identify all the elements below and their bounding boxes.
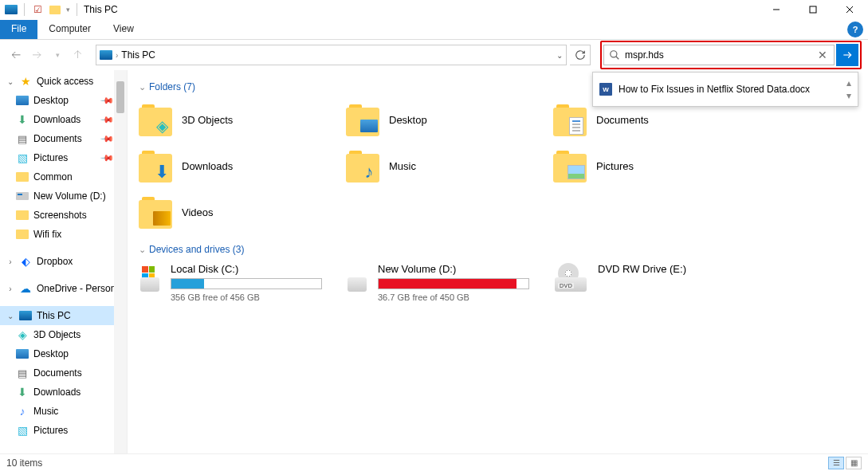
folder-3d-objects[interactable]: ◈3D Objects xyxy=(139,100,346,139)
folder-desktop[interactable]: Desktop xyxy=(346,100,553,139)
pin-icon: 📌 xyxy=(99,112,114,127)
navigation-bar: 🡠 🡢 ▾ 🡡 › This PC ⌄ ✕ xyxy=(0,40,868,70)
folder-downloads[interactable]: ⬇Downloads xyxy=(139,147,346,185)
downloads-icon: ⬇ xyxy=(16,113,29,126)
sidebar-label: Quick access xyxy=(37,76,93,87)
ribbon: File Computer View ? xyxy=(0,19,868,40)
forward-button[interactable]: 🡢 xyxy=(27,45,46,65)
checkbox-icon[interactable]: ☑ xyxy=(31,3,44,16)
pin-icon: 📌 xyxy=(99,131,114,146)
music-icon: ♪ xyxy=(360,163,378,181)
sidebar-item-desktop-pc[interactable]: Desktop xyxy=(0,344,127,363)
search-input[interactable] xyxy=(625,49,816,61)
recent-locations-button[interactable]: ▾ xyxy=(48,45,67,65)
drive-icon xyxy=(139,263,161,295)
suggestion-scroll[interactable]: ▴▾ xyxy=(846,77,851,101)
sidebar-item-3d-objects[interactable]: ◈3D Objects xyxy=(0,325,127,344)
sidebar-onedrive[interactable]: ›☁OneDrive - Personal xyxy=(0,279,127,298)
sidebar-item-new-volume[interactable]: New Volume (D:) xyxy=(0,186,127,206)
pin-icon: 📌 xyxy=(99,150,114,165)
sidebar-dropbox[interactable]: ›⬖Dropbox xyxy=(0,252,127,271)
chevron-right-icon[interactable]: › xyxy=(116,51,118,60)
drives-group-header[interactable]: ⌄ Devices and drives (3) xyxy=(139,244,857,255)
sidebar-this-pc[interactable]: ⌄This PC xyxy=(0,306,127,325)
sidebar-item-downloads[interactable]: ⬇Downloads📌 xyxy=(0,110,127,129)
tab-view[interactable]: View xyxy=(102,20,145,39)
close-button[interactable] xyxy=(831,0,868,19)
sidebar-item-screenshots[interactable]: Screenshots xyxy=(0,206,127,225)
item-count: 10 items xyxy=(6,457,42,469)
sidebar-item-wifi-fix[interactable]: Wifi fix xyxy=(0,225,127,244)
drive-local-disk-c[interactable]: Local Disk (C:) 356 GB free of 456 GB xyxy=(139,263,346,302)
sidebar-item-downloads-pc[interactable]: ⬇Downloads xyxy=(0,383,127,402)
sidebar-item-documents-pc[interactable]: ▤Documents xyxy=(0,363,127,383)
sidebar-item-pictures-pc[interactable]: ▧Pictures xyxy=(0,421,127,440)
view-large-icons-button[interactable]: ▦ xyxy=(846,457,862,469)
sidebar-item-desktop[interactable]: Desktop📌 xyxy=(0,91,127,110)
up-button[interactable]: 🡡 xyxy=(69,45,88,65)
qat-dropdown[interactable]: ▾ xyxy=(66,6,70,14)
drive-usage-bar xyxy=(378,278,529,289)
maximize-button[interactable] xyxy=(795,0,831,19)
sidebar-item-pictures[interactable]: ▧Pictures📌 xyxy=(0,148,127,167)
sidebar-scrollbar[interactable] xyxy=(114,70,127,453)
search-suggestion-item[interactable]: How to Fix Issues in Netflix Stored Data… xyxy=(619,84,810,95)
help-button[interactable]: ? xyxy=(847,22,863,37)
svg-rect-1 xyxy=(810,6,816,13)
chevron-right-icon[interactable]: › xyxy=(6,257,14,266)
address-bar[interactable]: › This PC ⌄ xyxy=(96,45,567,65)
window-title: This PC xyxy=(84,4,118,15)
sidebar-quick-access[interactable]: ⌄ ★ Quick access xyxy=(0,72,127,91)
quick-access-toolbar: ☑ ▾ xyxy=(5,3,79,16)
clear-search-button[interactable]: ✕ xyxy=(816,49,829,61)
folder-icon xyxy=(16,228,29,241)
chevron-down-icon[interactable]: ⌄ xyxy=(6,77,14,86)
search-box[interactable]: ✕ xyxy=(603,45,835,65)
chevron-down-icon[interactable]: ⌄ xyxy=(6,312,14,320)
refresh-button[interactable] xyxy=(570,45,591,65)
title-bar: ☑ ▾ This PC xyxy=(0,0,868,19)
sidebar-item-documents[interactable]: ▤Documents📌 xyxy=(0,129,127,148)
folder-pictures[interactable]: Pictures xyxy=(553,147,760,185)
search-suggestion-dropdown: W How to Fix Issues in Netflix Stored Da… xyxy=(592,72,858,107)
address-location[interactable]: This PC xyxy=(121,49,155,61)
tab-computer[interactable]: Computer xyxy=(37,20,102,39)
star-icon: ★ xyxy=(19,75,32,88)
downloads-icon: ⬇ xyxy=(153,163,171,181)
folder-icon[interactable] xyxy=(49,3,61,16)
pc-icon xyxy=(100,49,112,61)
desktop-icon xyxy=(16,94,29,107)
back-button[interactable]: 🡠 xyxy=(6,45,26,65)
pictures-icon: ▧ xyxy=(16,151,29,164)
view-details-button[interactable]: ☰ xyxy=(828,457,844,469)
chevron-down-icon[interactable]: ⌄ xyxy=(139,82,146,92)
music-icon: ♪ xyxy=(16,405,29,418)
drive-icon xyxy=(346,263,368,295)
pin-icon: 📌 xyxy=(99,92,114,108)
word-doc-icon: W xyxy=(599,83,612,96)
chevron-down-icon[interactable]: ⌄ xyxy=(139,245,146,255)
documents-icon xyxy=(568,117,585,135)
content-pane: ⌄ Folders (7) ◈3D Objects Desktop Docume… xyxy=(128,70,868,453)
navigation-pane: ⌄ ★ Quick access Desktop📌 ⬇Downloads📌 ▤D… xyxy=(0,70,128,453)
folder-music[interactable]: ♪Music xyxy=(346,147,553,185)
search-go-button[interactable] xyxy=(836,44,858,66)
tab-file[interactable]: File xyxy=(0,20,37,39)
folder-videos[interactable]: Videos xyxy=(139,193,346,231)
drive-dvd-rw-e[interactable]: DVD DVD RW Drive (E:) xyxy=(553,263,760,302)
address-dropdown[interactable]: ⌄ xyxy=(556,51,563,60)
folder-icon xyxy=(16,209,29,222)
sidebar-item-music-pc[interactable]: ♪Music xyxy=(0,402,127,421)
drive-new-volume-d[interactable]: New Volume (D:) 36.7 GB free of 450 GB xyxy=(346,263,553,302)
minimize-button[interactable] xyxy=(758,0,795,19)
chevron-right-icon[interactable]: › xyxy=(6,285,14,293)
svg-line-5 xyxy=(616,57,619,60)
sidebar-item-common[interactable]: Common xyxy=(0,167,127,186)
pictures-icon: ▧ xyxy=(16,424,29,437)
drive-usage-bar xyxy=(171,278,322,289)
pictures-icon xyxy=(568,163,585,181)
3d-objects-icon: ◈ xyxy=(153,117,171,135)
onedrive-icon: ☁ xyxy=(19,282,32,295)
3d-objects-icon: ◈ xyxy=(16,328,29,341)
dropbox-icon: ⬖ xyxy=(19,255,32,268)
